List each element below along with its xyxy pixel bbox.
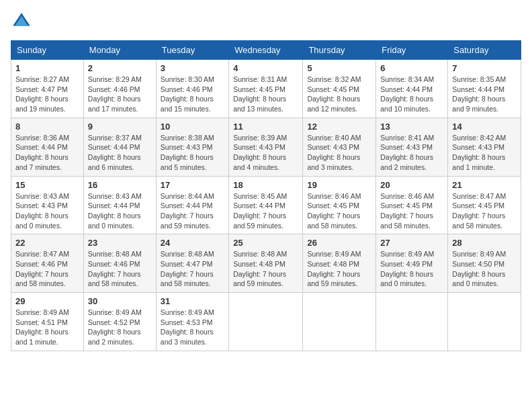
calendar-week-row: 1 Sunrise: 8:27 AM Sunset: 4:47 PM Dayli… bbox=[11, 60, 521, 118]
calendar-cell: 27 Sunrise: 8:49 AM Sunset: 4:49 PM Dayl… bbox=[376, 234, 448, 293]
day-number: 6 bbox=[380, 63, 443, 73]
day-info: Sunrise: 8:47 AM Sunset: 4:45 PM Dayligh… bbox=[452, 191, 517, 231]
calendar-cell bbox=[376, 293, 448, 351]
logo bbox=[11, 11, 35, 32]
column-header-wednesday: Wednesday bbox=[229, 41, 303, 60]
calendar-cell: 23 Sunrise: 8:48 AM Sunset: 4:46 PM Dayl… bbox=[83, 234, 156, 293]
day-number: 25 bbox=[233, 238, 298, 248]
day-number: 15 bbox=[15, 180, 79, 190]
calendar-cell: 28 Sunrise: 8:49 AM Sunset: 4:50 PM Dayl… bbox=[448, 234, 521, 293]
day-number: 9 bbox=[88, 122, 152, 132]
day-number: 11 bbox=[233, 122, 298, 132]
calendar-week-row: 8 Sunrise: 8:36 AM Sunset: 4:44 PM Dayli… bbox=[11, 118, 521, 176]
calendar-cell: 31 Sunrise: 8:49 AM Sunset: 4:53 PM Dayl… bbox=[156, 293, 228, 351]
calendar-cell: 10 Sunrise: 8:38 AM Sunset: 4:43 PM Dayl… bbox=[156, 118, 228, 176]
calendar-week-row: 15 Sunrise: 8:43 AM Sunset: 4:43 PM Dayl… bbox=[11, 176, 521, 234]
day-info: Sunrise: 8:44 AM Sunset: 4:44 PM Dayligh… bbox=[161, 191, 224, 231]
day-info: Sunrise: 8:39 AM Sunset: 4:43 PM Dayligh… bbox=[233, 133, 298, 173]
calendar-cell: 5 Sunrise: 8:32 AM Sunset: 4:45 PM Dayli… bbox=[303, 60, 376, 118]
day-info: Sunrise: 8:43 AM Sunset: 4:44 PM Dayligh… bbox=[88, 191, 152, 231]
day-number: 21 bbox=[452, 180, 517, 190]
day-info: Sunrise: 8:48 AM Sunset: 4:47 PM Dayligh… bbox=[161, 249, 224, 289]
calendar-cell: 1 Sunrise: 8:27 AM Sunset: 4:47 PM Dayli… bbox=[11, 60, 84, 118]
day-number: 26 bbox=[307, 238, 371, 248]
day-info: Sunrise: 8:27 AM Sunset: 4:47 PM Dayligh… bbox=[15, 75, 79, 114]
day-number: 7 bbox=[452, 63, 517, 73]
day-number: 13 bbox=[380, 122, 443, 132]
day-info: Sunrise: 8:49 AM Sunset: 4:51 PM Dayligh… bbox=[15, 308, 79, 347]
day-number: 28 bbox=[452, 238, 517, 248]
calendar-cell: 4 Sunrise: 8:31 AM Sunset: 4:45 PM Dayli… bbox=[229, 60, 303, 118]
day-info: Sunrise: 8:34 AM Sunset: 4:44 PM Dayligh… bbox=[380, 75, 443, 114]
day-info: Sunrise: 8:49 AM Sunset: 4:52 PM Dayligh… bbox=[88, 308, 152, 347]
day-number: 18 bbox=[233, 180, 298, 190]
column-header-thursday: Thursday bbox=[303, 41, 376, 60]
calendar-cell: 25 Sunrise: 8:48 AM Sunset: 4:48 PM Dayl… bbox=[229, 234, 303, 293]
calendar-cell: 24 Sunrise: 8:48 AM Sunset: 4:47 PM Dayl… bbox=[156, 234, 228, 293]
day-number: 19 bbox=[307, 180, 371, 190]
calendar-table: SundayMondayTuesdayWednesdayThursdayFrid… bbox=[11, 40, 521, 351]
column-header-friday: Friday bbox=[376, 41, 448, 60]
day-info: Sunrise: 8:48 AM Sunset: 4:46 PM Dayligh… bbox=[88, 249, 152, 289]
day-number: 12 bbox=[307, 122, 371, 132]
column-header-sunday: Sunday bbox=[11, 41, 84, 60]
day-info: Sunrise: 8:35 AM Sunset: 4:44 PM Dayligh… bbox=[452, 75, 517, 114]
day-info: Sunrise: 8:48 AM Sunset: 4:48 PM Dayligh… bbox=[233, 249, 298, 289]
day-number: 17 bbox=[161, 180, 224, 190]
calendar-cell: 26 Sunrise: 8:49 AM Sunset: 4:48 PM Dayl… bbox=[303, 234, 376, 293]
calendar-cell bbox=[448, 293, 521, 351]
calendar-week-row: 29 Sunrise: 8:49 AM Sunset: 4:51 PM Dayl… bbox=[11, 293, 521, 351]
day-info: Sunrise: 8:49 AM Sunset: 4:48 PM Dayligh… bbox=[307, 249, 371, 289]
day-info: Sunrise: 8:30 AM Sunset: 4:46 PM Dayligh… bbox=[161, 75, 224, 114]
day-info: Sunrise: 8:49 AM Sunset: 4:49 PM Dayligh… bbox=[380, 249, 443, 289]
calendar-cell bbox=[303, 293, 376, 351]
day-number: 23 bbox=[88, 238, 152, 248]
day-info: Sunrise: 8:49 AM Sunset: 4:50 PM Dayligh… bbox=[452, 249, 517, 289]
calendar-cell: 11 Sunrise: 8:39 AM Sunset: 4:43 PM Dayl… bbox=[229, 118, 303, 176]
day-number: 3 bbox=[161, 63, 224, 73]
calendar-cell: 18 Sunrise: 8:45 AM Sunset: 4:44 PM Dayl… bbox=[229, 176, 303, 234]
column-header-tuesday: Tuesday bbox=[156, 41, 228, 60]
day-number: 5 bbox=[307, 63, 371, 73]
day-info: Sunrise: 8:49 AM Sunset: 4:53 PM Dayligh… bbox=[161, 308, 224, 347]
day-info: Sunrise: 8:45 AM Sunset: 4:44 PM Dayligh… bbox=[233, 191, 298, 231]
calendar-cell: 12 Sunrise: 8:40 AM Sunset: 4:43 PM Dayl… bbox=[303, 118, 376, 176]
day-number: 4 bbox=[233, 63, 298, 73]
calendar-cell: 21 Sunrise: 8:47 AM Sunset: 4:45 PM Dayl… bbox=[448, 176, 521, 234]
day-number: 14 bbox=[452, 122, 517, 132]
calendar-cell: 29 Sunrise: 8:49 AM Sunset: 4:51 PM Dayl… bbox=[11, 293, 84, 351]
calendar-cell: 13 Sunrise: 8:41 AM Sunset: 4:43 PM Dayl… bbox=[376, 118, 448, 176]
calendar-cell: 6 Sunrise: 8:34 AM Sunset: 4:44 PM Dayli… bbox=[376, 60, 448, 118]
calendar-cell: 3 Sunrise: 8:30 AM Sunset: 4:46 PM Dayli… bbox=[156, 60, 228, 118]
column-header-saturday: Saturday bbox=[448, 41, 521, 60]
day-info: Sunrise: 8:41 AM Sunset: 4:43 PM Dayligh… bbox=[380, 133, 443, 173]
day-number: 29 bbox=[15, 296, 79, 306]
calendar-cell: 8 Sunrise: 8:36 AM Sunset: 4:44 PM Dayli… bbox=[11, 118, 84, 176]
day-info: Sunrise: 8:46 AM Sunset: 4:45 PM Dayligh… bbox=[307, 191, 371, 231]
day-number: 27 bbox=[380, 238, 443, 248]
page-header bbox=[11, 11, 521, 32]
day-number: 8 bbox=[15, 122, 79, 132]
day-number: 1 bbox=[15, 63, 79, 73]
calendar-cell: 14 Sunrise: 8:42 AM Sunset: 4:43 PM Dayl… bbox=[448, 118, 521, 176]
day-number: 30 bbox=[88, 296, 152, 306]
calendar-week-row: 22 Sunrise: 8:47 AM Sunset: 4:46 PM Dayl… bbox=[11, 234, 521, 293]
day-number: 10 bbox=[161, 122, 224, 132]
column-header-monday: Monday bbox=[83, 41, 156, 60]
day-info: Sunrise: 8:29 AM Sunset: 4:46 PM Dayligh… bbox=[88, 75, 152, 114]
calendar-header-row: SundayMondayTuesdayWednesdayThursdayFrid… bbox=[11, 41, 521, 60]
day-number: 31 bbox=[161, 296, 224, 306]
calendar-cell: 7 Sunrise: 8:35 AM Sunset: 4:44 PM Dayli… bbox=[448, 60, 521, 118]
calendar-cell: 20 Sunrise: 8:46 AM Sunset: 4:45 PM Dayl… bbox=[376, 176, 448, 234]
calendar-cell: 30 Sunrise: 8:49 AM Sunset: 4:52 PM Dayl… bbox=[83, 293, 156, 351]
calendar-cell: 16 Sunrise: 8:43 AM Sunset: 4:44 PM Dayl… bbox=[83, 176, 156, 234]
day-info: Sunrise: 8:32 AM Sunset: 4:45 PM Dayligh… bbox=[307, 75, 371, 114]
day-number: 2 bbox=[88, 63, 152, 73]
day-number: 22 bbox=[15, 238, 79, 248]
day-info: Sunrise: 8:40 AM Sunset: 4:43 PM Dayligh… bbox=[307, 133, 371, 173]
calendar-cell: 2 Sunrise: 8:29 AM Sunset: 4:46 PM Dayli… bbox=[83, 60, 156, 118]
calendar-cell: 17 Sunrise: 8:44 AM Sunset: 4:44 PM Dayl… bbox=[156, 176, 228, 234]
day-info: Sunrise: 8:38 AM Sunset: 4:43 PM Dayligh… bbox=[161, 133, 224, 173]
day-info: Sunrise: 8:46 AM Sunset: 4:45 PM Dayligh… bbox=[380, 191, 443, 231]
logo-icon bbox=[11, 11, 32, 32]
